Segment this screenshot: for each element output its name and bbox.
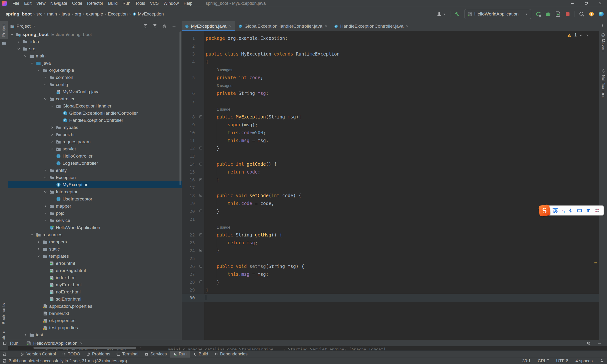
close-icon[interactable] xyxy=(406,25,409,28)
tree-item-banner.txt[interactable]: banner.txt xyxy=(8,310,182,317)
toolwindow-services[interactable]: Services xyxy=(141,351,170,358)
tree-item-application.properties[interactable]: application.properties xyxy=(8,303,182,310)
tree-item-myError.html[interactable]: HmyError.html xyxy=(8,281,182,288)
line-number[interactable]: 21 xyxy=(182,215,198,223)
tab-options-button[interactable] xyxy=(601,24,605,27)
line-number[interactable]: 27 xyxy=(182,270,198,278)
line-number[interactable]: 5 xyxy=(182,74,198,81)
chevron-right-icon[interactable] xyxy=(44,76,49,79)
line-number[interactable]: 13 xyxy=(182,152,198,160)
tree-item-Interceptor[interactable]: Interceptor xyxy=(8,188,182,195)
tree-item-java[interactable]: java xyxy=(8,60,182,67)
tree-item-error.html[interactable]: Herror.html xyxy=(8,260,182,267)
tree-item-Exception[interactable]: Exception xyxy=(8,174,182,181)
tree-item-templates[interactable]: templates xyxy=(8,253,182,260)
build-project-button[interactable] xyxy=(455,11,460,17)
line-number[interactable]: 30 xyxy=(182,294,198,302)
hide-panel-button[interactable] xyxy=(172,24,176,29)
run-tab[interactable]: HelloWorldApplication xyxy=(26,341,83,346)
menu-code[interactable]: Code xyxy=(70,0,85,7)
tree-item-requestparam[interactable]: requestparam xyxy=(8,138,182,145)
chevron-right-icon[interactable] xyxy=(50,126,56,129)
close-icon[interactable] xyxy=(324,25,328,28)
run-configuration-select[interactable]: HelloWorldApplication xyxy=(464,9,531,19)
breadcrumb-item-example[interactable]: example xyxy=(84,12,105,17)
usages-inlay[interactable]: 1 usage xyxy=(206,105,230,113)
tab-HandleExceptionController.java[interactable]: CHandleExceptionController.java xyxy=(331,21,412,31)
fold-collapse-icon[interactable] xyxy=(199,233,202,236)
tree-item-.idea[interactable]: .idea xyxy=(8,38,182,45)
chevron-down-icon[interactable] xyxy=(44,176,49,179)
toolwindow-dependencies[interactable]: Dependencies xyxy=(211,351,251,358)
tree-item-mapper[interactable]: mapper xyxy=(8,203,182,210)
debug-button[interactable] xyxy=(545,11,551,17)
status-message-area[interactable]: Build completed successfully in 2 sec, 3… xyxy=(0,359,127,364)
sidebar-item-project[interactable]: Project xyxy=(0,21,8,39)
tree-item-errorPage.html[interactable]: HerrorPage.html xyxy=(8,267,182,274)
tree-item-peizhi[interactable]: peizhi xyxy=(8,131,182,138)
line-number[interactable]: 18 xyxy=(182,192,198,199)
line-number[interactable]: 1 xyxy=(182,34,198,42)
chevron-right-icon[interactable] xyxy=(44,169,49,172)
ime-punctuation-toggle[interactable]: ·, xyxy=(562,208,564,214)
line-number[interactable]: 14 xyxy=(182,160,198,168)
tree-item-test.properties[interactable]: test.properties xyxy=(8,324,182,331)
menu-build[interactable]: Build xyxy=(106,0,120,7)
line-number[interactable]: 17 xyxy=(182,184,198,192)
status-line-separator[interactable]: CRLF xyxy=(538,359,549,364)
breadcrumb-item-src[interactable]: src xyxy=(35,12,44,17)
code-editor[interactable]: 1package org.example.Exception;23public … xyxy=(182,31,599,340)
warning-stripe-mark[interactable] xyxy=(594,262,597,263)
tree-item-main[interactable]: main xyxy=(8,52,182,60)
tree-item-LogTestController[interactable]: CLogTestController xyxy=(8,160,182,167)
user-menu-button[interactable] xyxy=(437,12,446,17)
status-file-encoding[interactable]: UTF-8 xyxy=(556,359,568,364)
chevron-right-icon[interactable] xyxy=(50,133,56,136)
toolwindow-version-control[interactable]: Version Control xyxy=(18,351,59,358)
keyboard-icon[interactable] xyxy=(577,208,582,213)
stop-button[interactable] xyxy=(565,11,570,17)
update-available-button[interactable] xyxy=(589,11,594,17)
fold-end-icon[interactable] xyxy=(199,147,202,149)
close-icon[interactable] xyxy=(229,25,232,28)
project-tree-scrollbar[interactable] xyxy=(179,31,181,185)
chevron-down-icon[interactable] xyxy=(30,62,36,65)
line-number[interactable]: 2 xyxy=(182,42,198,50)
line-number[interactable]: 28 xyxy=(182,278,198,286)
expand-all-button[interactable] xyxy=(143,24,148,29)
run-button[interactable] xyxy=(535,11,541,17)
chevron-down-icon[interactable] xyxy=(37,69,43,72)
breadcrumb-item-java[interactable]: java xyxy=(60,12,72,17)
apps-grid-icon[interactable] xyxy=(595,208,600,213)
line-number[interactable]: 20 xyxy=(182,208,198,215)
tree-item-HelloWorldApplication[interactable]: CHelloWorldApplication xyxy=(8,224,182,231)
toolwindow-build[interactable]: Build xyxy=(190,351,211,358)
line-number[interactable]: 23 xyxy=(182,239,198,247)
settings-gear-button[interactable] xyxy=(586,341,591,345)
breadcrumb-item-Exception[interactable]: Exception xyxy=(106,12,129,17)
fold-end-icon[interactable] xyxy=(199,210,202,212)
chevron-right-icon[interactable] xyxy=(17,40,23,43)
menu-refactor[interactable]: Refactor xyxy=(85,0,106,7)
tree-item-MyException[interactable]: MyException xyxy=(8,181,182,188)
line-number[interactable]: 15 xyxy=(182,168,198,176)
run-with-coverage-button[interactable] xyxy=(555,11,561,17)
line-number[interactable]: 26 xyxy=(182,262,198,270)
status-indent-style[interactable]: 4 spaces xyxy=(576,359,593,364)
sidebar-item-notifications[interactable]: Notifications xyxy=(599,67,607,101)
usages-inlay[interactable]: 3 usages xyxy=(206,82,232,90)
line-number[interactable]: 24 xyxy=(182,247,198,255)
tree-item-GlobalExceptionHandler[interactable]: GlobalExceptionHandler xyxy=(8,103,182,110)
lock-open-icon[interactable] xyxy=(600,359,604,363)
chevron-down-icon[interactable] xyxy=(17,47,23,51)
sogou-logo-icon[interactable]: S xyxy=(538,204,551,217)
toolwindow-run[interactable]: Run xyxy=(170,351,190,358)
fold-end-icon[interactable] xyxy=(199,281,202,283)
toolwindow-todo[interactable]: TODO xyxy=(59,351,83,358)
chevron-right-icon[interactable] xyxy=(50,140,56,143)
tree-item-common[interactable]: common xyxy=(8,74,182,81)
close-icon[interactable] xyxy=(80,342,83,345)
collapse-all-button[interactable] xyxy=(152,24,157,29)
chevron-right-icon[interactable] xyxy=(37,247,43,251)
line-number[interactable]: 19 xyxy=(182,199,198,208)
